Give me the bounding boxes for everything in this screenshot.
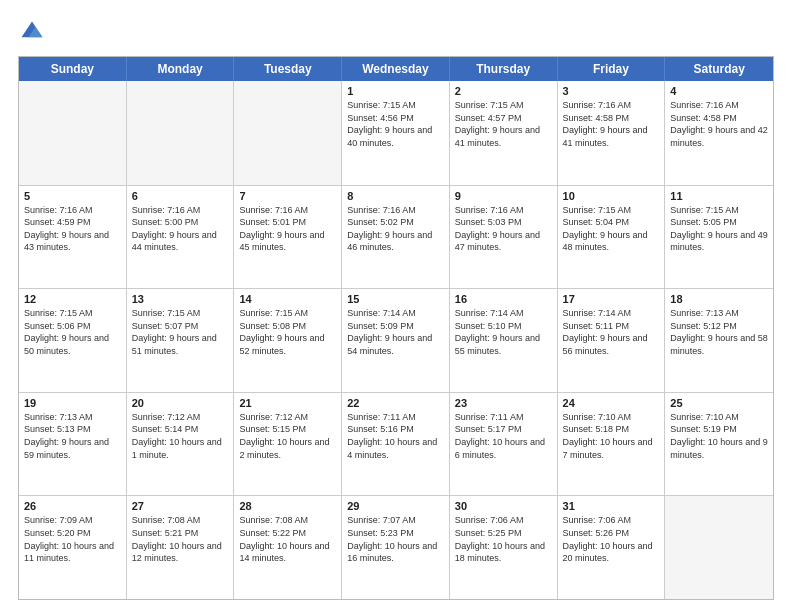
day-number: 8 <box>347 190 444 202</box>
day-details: Sunrise: 7:14 AM Sunset: 5:10 PM Dayligh… <box>455 307 552 357</box>
day-number: 14 <box>239 293 336 305</box>
day-cell-19: 19Sunrise: 7:13 AM Sunset: 5:13 PM Dayli… <box>19 393 127 496</box>
day-details: Sunrise: 7:13 AM Sunset: 5:12 PM Dayligh… <box>670 307 768 357</box>
day-details: Sunrise: 7:15 AM Sunset: 5:07 PM Dayligh… <box>132 307 229 357</box>
day-number: 13 <box>132 293 229 305</box>
day-number: 9 <box>455 190 552 202</box>
day-details: Sunrise: 7:12 AM Sunset: 5:15 PM Dayligh… <box>239 411 336 461</box>
day-number: 22 <box>347 397 444 409</box>
day-details: Sunrise: 7:11 AM Sunset: 5:17 PM Dayligh… <box>455 411 552 461</box>
day-details: Sunrise: 7:16 AM Sunset: 5:00 PM Dayligh… <box>132 204 229 254</box>
day-number: 30 <box>455 500 552 512</box>
header <box>18 18 774 46</box>
day-number: 11 <box>670 190 768 202</box>
day-number: 7 <box>239 190 336 202</box>
day-cell-4: 4Sunrise: 7:16 AM Sunset: 4:58 PM Daylig… <box>665 81 773 185</box>
day-cell-5: 5Sunrise: 7:16 AM Sunset: 4:59 PM Daylig… <box>19 186 127 289</box>
day-details: Sunrise: 7:15 AM Sunset: 5:06 PM Dayligh… <box>24 307 121 357</box>
day-details: Sunrise: 7:15 AM Sunset: 5:04 PM Dayligh… <box>563 204 660 254</box>
day-cell-18: 18Sunrise: 7:13 AM Sunset: 5:12 PM Dayli… <box>665 289 773 392</box>
calendar-row-3: 12Sunrise: 7:15 AM Sunset: 5:06 PM Dayli… <box>19 288 773 392</box>
day-cell-2: 2Sunrise: 7:15 AM Sunset: 4:57 PM Daylig… <box>450 81 558 185</box>
empty-cell <box>19 81 127 185</box>
header-day-tuesday: Tuesday <box>234 57 342 81</box>
day-details: Sunrise: 7:07 AM Sunset: 5:23 PM Dayligh… <box>347 514 444 564</box>
day-cell-30: 30Sunrise: 7:06 AM Sunset: 5:25 PM Dayli… <box>450 496 558 599</box>
day-number: 5 <box>24 190 121 202</box>
calendar-row-4: 19Sunrise: 7:13 AM Sunset: 5:13 PM Dayli… <box>19 392 773 496</box>
day-number: 18 <box>670 293 768 305</box>
day-cell-29: 29Sunrise: 7:07 AM Sunset: 5:23 PM Dayli… <box>342 496 450 599</box>
day-cell-10: 10Sunrise: 7:15 AM Sunset: 5:04 PM Dayli… <box>558 186 666 289</box>
day-number: 20 <box>132 397 229 409</box>
day-number: 21 <box>239 397 336 409</box>
day-number: 27 <box>132 500 229 512</box>
calendar-header: SundayMondayTuesdayWednesdayThursdayFrid… <box>19 57 773 81</box>
day-number: 12 <box>24 293 121 305</box>
day-details: Sunrise: 7:15 AM Sunset: 5:08 PM Dayligh… <box>239 307 336 357</box>
day-details: Sunrise: 7:16 AM Sunset: 5:03 PM Dayligh… <box>455 204 552 254</box>
day-cell-11: 11Sunrise: 7:15 AM Sunset: 5:05 PM Dayli… <box>665 186 773 289</box>
day-number: 19 <box>24 397 121 409</box>
calendar-row-1: 1Sunrise: 7:15 AM Sunset: 4:56 PM Daylig… <box>19 81 773 185</box>
day-details: Sunrise: 7:16 AM Sunset: 5:02 PM Dayligh… <box>347 204 444 254</box>
day-number: 31 <box>563 500 660 512</box>
day-details: Sunrise: 7:14 AM Sunset: 5:09 PM Dayligh… <box>347 307 444 357</box>
day-cell-3: 3Sunrise: 7:16 AM Sunset: 4:58 PM Daylig… <box>558 81 666 185</box>
calendar: SundayMondayTuesdayWednesdayThursdayFrid… <box>18 56 774 600</box>
calendar-row-2: 5Sunrise: 7:16 AM Sunset: 4:59 PM Daylig… <box>19 185 773 289</box>
day-cell-27: 27Sunrise: 7:08 AM Sunset: 5:21 PM Dayli… <box>127 496 235 599</box>
day-cell-24: 24Sunrise: 7:10 AM Sunset: 5:18 PM Dayli… <box>558 393 666 496</box>
day-cell-28: 28Sunrise: 7:08 AM Sunset: 5:22 PM Dayli… <box>234 496 342 599</box>
day-cell-12: 12Sunrise: 7:15 AM Sunset: 5:06 PM Dayli… <box>19 289 127 392</box>
day-number: 29 <box>347 500 444 512</box>
day-number: 4 <box>670 85 768 97</box>
day-cell-16: 16Sunrise: 7:14 AM Sunset: 5:10 PM Dayli… <box>450 289 558 392</box>
header-day-wednesday: Wednesday <box>342 57 450 81</box>
day-number: 24 <box>563 397 660 409</box>
empty-cell <box>127 81 235 185</box>
day-details: Sunrise: 7:09 AM Sunset: 5:20 PM Dayligh… <box>24 514 121 564</box>
day-details: Sunrise: 7:08 AM Sunset: 5:22 PM Dayligh… <box>239 514 336 564</box>
day-number: 17 <box>563 293 660 305</box>
day-details: Sunrise: 7:14 AM Sunset: 5:11 PM Dayligh… <box>563 307 660 357</box>
day-details: Sunrise: 7:10 AM Sunset: 5:18 PM Dayligh… <box>563 411 660 461</box>
day-details: Sunrise: 7:08 AM Sunset: 5:21 PM Dayligh… <box>132 514 229 564</box>
day-cell-23: 23Sunrise: 7:11 AM Sunset: 5:17 PM Dayli… <box>450 393 558 496</box>
day-details: Sunrise: 7:16 AM Sunset: 4:58 PM Dayligh… <box>563 99 660 149</box>
empty-cell <box>234 81 342 185</box>
day-cell-26: 26Sunrise: 7:09 AM Sunset: 5:20 PM Dayli… <box>19 496 127 599</box>
empty-cell <box>665 496 773 599</box>
day-cell-1: 1Sunrise: 7:15 AM Sunset: 4:56 PM Daylig… <box>342 81 450 185</box>
day-details: Sunrise: 7:13 AM Sunset: 5:13 PM Dayligh… <box>24 411 121 461</box>
day-number: 23 <box>455 397 552 409</box>
day-details: Sunrise: 7:11 AM Sunset: 5:16 PM Dayligh… <box>347 411 444 461</box>
header-day-saturday: Saturday <box>665 57 773 81</box>
day-cell-7: 7Sunrise: 7:16 AM Sunset: 5:01 PM Daylig… <box>234 186 342 289</box>
day-number: 28 <box>239 500 336 512</box>
header-day-monday: Monday <box>127 57 235 81</box>
day-details: Sunrise: 7:15 AM Sunset: 5:05 PM Dayligh… <box>670 204 768 254</box>
day-cell-14: 14Sunrise: 7:15 AM Sunset: 5:08 PM Dayli… <box>234 289 342 392</box>
day-cell-20: 20Sunrise: 7:12 AM Sunset: 5:14 PM Dayli… <box>127 393 235 496</box>
day-cell-21: 21Sunrise: 7:12 AM Sunset: 5:15 PM Dayli… <box>234 393 342 496</box>
day-cell-17: 17Sunrise: 7:14 AM Sunset: 5:11 PM Dayli… <box>558 289 666 392</box>
page: SundayMondayTuesdayWednesdayThursdayFrid… <box>0 0 792 612</box>
day-number: 26 <box>24 500 121 512</box>
day-details: Sunrise: 7:06 AM Sunset: 5:25 PM Dayligh… <box>455 514 552 564</box>
day-cell-25: 25Sunrise: 7:10 AM Sunset: 5:19 PM Dayli… <box>665 393 773 496</box>
header-day-sunday: Sunday <box>19 57 127 81</box>
day-details: Sunrise: 7:10 AM Sunset: 5:19 PM Dayligh… <box>670 411 768 461</box>
calendar-body: 1Sunrise: 7:15 AM Sunset: 4:56 PM Daylig… <box>19 81 773 599</box>
day-cell-9: 9Sunrise: 7:16 AM Sunset: 5:03 PM Daylig… <box>450 186 558 289</box>
day-details: Sunrise: 7:15 AM Sunset: 4:56 PM Dayligh… <box>347 99 444 149</box>
day-number: 3 <box>563 85 660 97</box>
header-day-friday: Friday <box>558 57 666 81</box>
day-number: 6 <box>132 190 229 202</box>
logo-icon <box>18 18 46 46</box>
day-number: 25 <box>670 397 768 409</box>
day-details: Sunrise: 7:06 AM Sunset: 5:26 PM Dayligh… <box>563 514 660 564</box>
day-cell-31: 31Sunrise: 7:06 AM Sunset: 5:26 PM Dayli… <box>558 496 666 599</box>
day-details: Sunrise: 7:15 AM Sunset: 4:57 PM Dayligh… <box>455 99 552 149</box>
day-number: 15 <box>347 293 444 305</box>
